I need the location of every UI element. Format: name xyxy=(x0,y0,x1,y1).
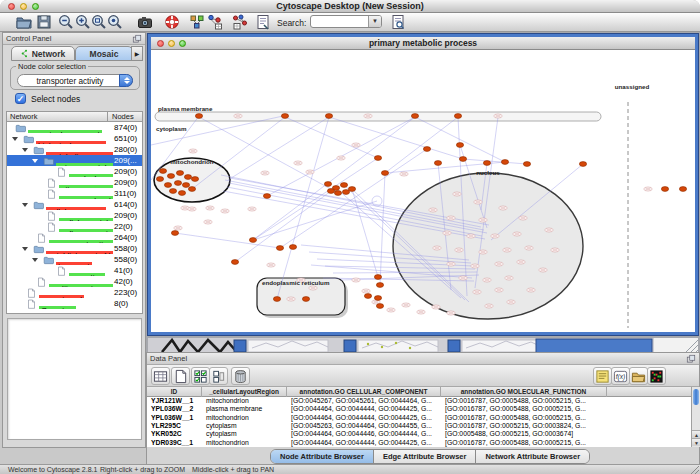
graph-node[interactable] xyxy=(579,162,586,167)
graph-node[interactable] xyxy=(324,182,331,187)
table-vertical-scrollbar[interactable]: ▲ ▼ xyxy=(691,387,700,447)
graph-node[interactable] xyxy=(501,160,508,165)
expand-arrow-icon[interactable] xyxy=(22,203,28,207)
graph-node[interactable] xyxy=(164,183,171,188)
graph-node[interactable] xyxy=(411,114,418,119)
graph-node[interactable] xyxy=(340,183,347,188)
save-icon[interactable] xyxy=(36,14,52,30)
network-overview-navigator[interactable] xyxy=(7,318,142,440)
graph-node[interactable] xyxy=(169,189,176,194)
tree-row[interactable]: metabolic process280(0) xyxy=(7,144,142,155)
tree-row[interactable]: cellular metabo209(0) xyxy=(7,210,142,221)
tree-row[interactable]: transport558(0) xyxy=(7,254,142,265)
graph-node[interactable] xyxy=(523,162,530,167)
graph-node[interactable] xyxy=(423,147,430,152)
graph-node[interactable] xyxy=(327,189,334,194)
table-row[interactable]: YKR052Ccytoplasm[GO:0044464, GO:0044446,… xyxy=(147,430,691,438)
tree-row[interactable]: Overview8(0) xyxy=(7,298,142,309)
graph-node[interactable] xyxy=(661,187,668,192)
graph-node[interactable] xyxy=(231,260,238,265)
tree-row[interactable]: nitrogen compo209(0) xyxy=(7,177,142,188)
graph-node[interactable] xyxy=(159,169,166,174)
column-header[interactable]: annotation.GO CELLULAR_COMPONENT xyxy=(287,387,441,397)
open-folder-icon[interactable] xyxy=(16,14,32,30)
search-combobox[interactable]: ▼ xyxy=(310,15,382,28)
graph-node[interactable] xyxy=(176,171,183,176)
minimized-window-thumbnail[interactable] xyxy=(248,340,328,352)
graph-node[interactable] xyxy=(167,174,174,179)
vizmapper-alt-icon[interactable] xyxy=(232,14,248,30)
expand-arrow-icon[interactable] xyxy=(32,159,38,163)
zoom-fit-icon[interactable] xyxy=(91,14,107,30)
graph-node[interactable] xyxy=(381,171,388,176)
graph-node[interactable] xyxy=(374,156,381,161)
node-color-dropdown[interactable]: transporter activity xyxy=(17,74,133,87)
layout-icon[interactable] xyxy=(189,14,205,30)
scroll-down-arrow[interactable]: ▼ xyxy=(692,438,700,446)
tree-row[interactable]: response to stimulu264(0) xyxy=(7,232,142,243)
table-row[interactable]: YDR039C__1mitochondrion[GO:0044464, GO:0… xyxy=(147,439,691,447)
select-attributes-icon[interactable] xyxy=(191,367,210,385)
tab-network[interactable]: Network xyxy=(11,46,75,61)
tab-mosaic[interactable]: Mosaic xyxy=(75,46,133,61)
tree-row[interactable]: mosaic-demo-yeast874(0) xyxy=(7,122,142,133)
unselect-attributes-icon[interactable] xyxy=(209,367,228,385)
search-dropdown-arrow[interactable]: ▼ xyxy=(368,16,381,27)
minimized-window-bar[interactable] xyxy=(536,339,652,353)
table-row[interactable]: YLR295Ccytoplasm[GO:0045263, GO:0044464,… xyxy=(147,422,691,430)
column-header[interactable]: annotation.GO MOLECULAR_FUNCTION xyxy=(441,387,607,397)
graph-node[interactable] xyxy=(184,175,191,180)
network-view-window[interactable]: primary metabolic process plasma membran… xyxy=(148,34,698,335)
snapshot-camera-icon[interactable] xyxy=(137,14,153,30)
tab-network-attribute-browser[interactable]: Network Attribute Browser xyxy=(476,450,589,464)
graph-node[interactable] xyxy=(249,238,256,243)
attribute-table-icon[interactable] xyxy=(151,367,170,385)
matrix-heatmap-icon[interactable] xyxy=(647,367,666,385)
minimized-window-thumbnail[interactable] xyxy=(358,340,438,352)
graph-node[interactable] xyxy=(302,297,309,302)
graph-node[interactable] xyxy=(263,194,270,199)
tree-row[interactable]: nucleobase-209(0) xyxy=(7,166,142,177)
window-titlebar[interactable]: Cytoscape Desktop (New Session) xyxy=(0,0,700,13)
select-nodes-checkbox[interactable]: ✓ xyxy=(15,93,26,104)
network-window-titlebar[interactable]: primary metabolic process xyxy=(151,37,695,50)
minimized-window-thumbnail[interactable] xyxy=(462,340,542,352)
expand-arrow-icon[interactable] xyxy=(22,148,28,152)
graph-node[interactable] xyxy=(178,191,185,196)
tree-row[interactable]: primary metabo209(... xyxy=(7,155,142,166)
plugins-lifebuoy-icon[interactable] xyxy=(164,14,180,30)
vizmapper-icon[interactable] xyxy=(207,14,223,30)
search-input[interactable] xyxy=(312,16,367,27)
graph-node[interactable] xyxy=(456,143,463,148)
graph-node[interactable] xyxy=(182,183,189,188)
zoom-in-icon[interactable] xyxy=(75,14,91,30)
minimized-window-icon[interactable] xyxy=(448,340,460,352)
graph-node[interactable] xyxy=(364,294,371,299)
column-header[interactable]: _cellularLayoutRegion xyxy=(202,387,287,397)
tree-row[interactable]: multi-organism pro42(0) xyxy=(7,276,142,287)
graph-node[interactable] xyxy=(374,296,381,301)
graph-node[interactable] xyxy=(171,231,178,236)
expand-arrow-icon[interactable] xyxy=(12,137,18,141)
table-row[interactable]: YPL036W__2plasma membrane[GO:0044464, GO… xyxy=(147,405,691,413)
graph-node[interactable] xyxy=(454,114,461,119)
graph-node[interactable] xyxy=(281,114,288,119)
tree-row[interactable]: establishment of lo558(0) xyxy=(7,243,142,254)
search-options-icon[interactable] xyxy=(390,14,406,30)
network-tree[interactable]: mosaic-demo-yeast874(0)biological_proces… xyxy=(6,122,143,314)
function-fx-icon[interactable]: f(x) xyxy=(611,367,630,385)
table-row[interactable]: YJR121W__1mitochondrion[GO:0045267, GO:0… xyxy=(147,397,691,405)
graph-node[interactable] xyxy=(483,161,490,166)
tab-overflow-arrow[interactable]: ▶ xyxy=(131,46,143,61)
expand-arrow-icon[interactable] xyxy=(32,258,38,262)
graph-node[interactable] xyxy=(334,191,341,196)
filter-icon[interactable] xyxy=(255,14,271,30)
graph-node[interactable] xyxy=(679,187,686,192)
graph-node[interactable] xyxy=(191,177,198,182)
minimized-window-icon[interactable] xyxy=(344,340,356,352)
graph-node[interactable] xyxy=(342,190,349,195)
scroll-up-arrow[interactable]: ▲ xyxy=(692,430,700,438)
float-panel-icon[interactable] xyxy=(132,34,142,44)
tab-edge-attribute-browser[interactable]: Edge Attribute Browser xyxy=(374,450,476,464)
graph-node[interactable] xyxy=(289,245,296,250)
